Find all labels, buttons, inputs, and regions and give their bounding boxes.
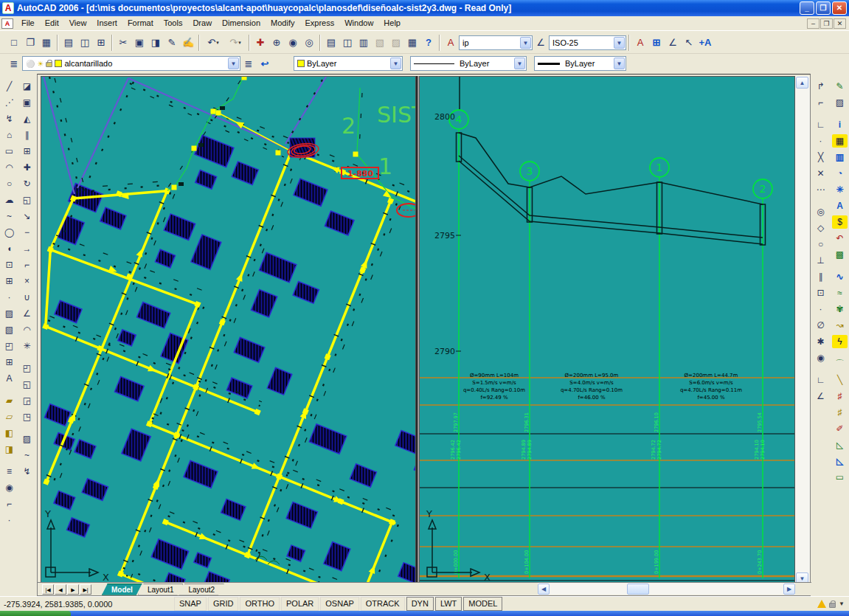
color-combo[interactable]: ByLayer▼ (294, 56, 403, 71)
tool-none[interactable]: ✱ (813, 333, 828, 350)
tool-annotation-style[interactable]: +A (697, 35, 713, 51)
tool-sheetset-manager[interactable]: ▧ (372, 35, 388, 51)
tool-clock[interactable]: ◔ (832, 165, 848, 181)
tool-info[interactable]: i (832, 117, 848, 133)
tool-redoarr[interactable]: ↶ (832, 230, 848, 246)
tool-16[interactable] (249, 35, 250, 51)
menu-modify[interactable]: Modify (266, 16, 299, 30)
close-button[interactable]: ✕ (832, 1, 847, 15)
toggle-polar[interactable]: POLAR (281, 597, 319, 611)
tool-plot-preview[interactable]: ◫ (77, 35, 93, 51)
tool-texta[interactable]: A (832, 198, 848, 214)
tool-mirror[interactable]: ◭ (19, 111, 35, 127)
menu-window[interactable]: Window (339, 16, 378, 30)
tool-edit-pline[interactable]: ↯ (19, 463, 35, 480)
tool-rotate[interactable]: ↻ (19, 176, 35, 192)
tool-edit-spline[interactable]: ~ (19, 447, 35, 463)
tool-break-point[interactable]: ⌐ (19, 257, 35, 273)
menu-express[interactable]: Express (299, 16, 339, 30)
tool-insert-block[interactable]: ⊡ (1, 257, 17, 273)
tool-region[interactable]: ◰ (1, 338, 17, 354)
tool-arrowy[interactable]: ↝ (832, 317, 848, 333)
tool-table-style[interactable]: ⊞ (648, 35, 665, 51)
tool-undo[interactable]: ↶ (202, 35, 224, 51)
menu-draw[interactable]: Draw (187, 16, 217, 30)
profile-viewport[interactable]: 4 3 1 2 2800 2795 2790 Ø=90mm L (419, 76, 795, 584)
tool-point-style[interactable]: ↖ (681, 35, 697, 51)
tool-mtext[interactable]: A (1, 370, 17, 387)
tool-construction-line[interactable]: ⋰ (1, 94, 17, 111)
tool-pan[interactable]: ✚ (252, 35, 268, 51)
tool-distance[interactable]: ⌐ (1, 496, 17, 512)
tool-erase[interactable]: ◪ (19, 78, 35, 94)
lock-icon[interactable] (829, 603, 836, 608)
tool-circle[interactable]: ○ (1, 176, 17, 192)
tool-sketch[interactable]: ✎ (832, 78, 848, 94)
tool-fillet[interactable]: ◠ (19, 322, 35, 338)
tool-17[interactable] (19, 354, 35, 360)
tool-polar-mode[interactable]: ∠ (813, 388, 828, 404)
layer-lock-icon[interactable] (46, 62, 52, 67)
tool-quickcalc[interactable]: ▦ (404, 35, 420, 51)
tool-draworder-under[interactable]: ◳ (19, 409, 35, 425)
tool-osnap-settings[interactable]: ◉ (813, 350, 828, 366)
tool-designcenter[interactable]: ◫ (339, 35, 356, 51)
tool-express-d[interactable]: ◨ (1, 441, 17, 457)
tool-lock[interactable]: ▦ (832, 134, 848, 148)
tool-explode[interactable]: ✳ (19, 338, 35, 354)
tool-8[interactable] (813, 198, 828, 204)
tool-7[interactable] (111, 35, 113, 51)
minimize-button[interactable]: _ (800, 1, 814, 15)
tool-move[interactable]: ✚ (19, 159, 35, 176)
tab-model[interactable]: Model (102, 584, 142, 595)
layer-color-chip[interactable] (55, 60, 62, 67)
tool-dim-style[interactable]: ∠ (533, 35, 549, 51)
tool-spline[interactable]: ~ (1, 208, 17, 224)
mdi-close-button[interactable]: ✕ (834, 18, 846, 29)
tool-layer-properties[interactable]: ≣ (6, 55, 22, 72)
tool-redo[interactable]: ↷ (224, 35, 246, 51)
tool-tangent[interactable]: ○ (813, 236, 828, 252)
tool-18[interactable] (832, 350, 848, 356)
tool-edit-hatch[interactable]: ▨ (19, 431, 35, 447)
tool-table2[interactable]: ▥ (832, 149, 848, 165)
toggle-snap[interactable]: SNAP (174, 597, 207, 611)
tool-draworder-front[interactable]: ◰ (19, 360, 35, 376)
tool-extension[interactable]: ⋯ (813, 181, 828, 198)
tool-apparent-int[interactable]: ✕ (813, 165, 828, 181)
tool-perpendicular[interactable]: ⊥ (813, 252, 828, 269)
tool-list[interactable]: ≡ (1, 463, 17, 480)
tool-block-editor[interactable]: ✍ (180, 35, 196, 51)
tool-table[interactable]: ⊞ (1, 354, 17, 370)
tool-tube[interactable]: ⌒ (832, 356, 848, 372)
tool-fence2[interactable]: ♯ (832, 404, 848, 421)
layer-freeze-icon[interactable]: ☀ (37, 60, 44, 68)
tool-line[interactable]: ╱ (1, 78, 17, 94)
scroll-left-button[interactable]: ◀ (538, 584, 550, 595)
tool-text-style[interactable]: A (443, 35, 459, 51)
tab-nav--[interactable]: ▶ (67, 584, 79, 595)
menu-view[interactable]: View (64, 16, 92, 30)
tool-zoomx[interactable]: ✳ (832, 181, 848, 198)
tool-zoom-realtime[interactable]: ⊕ (268, 35, 285, 51)
toggle-lwt[interactable]: LWT (435, 597, 462, 611)
toggle-model[interactable]: MODEL (463, 597, 502, 611)
tool-match-properties[interactable]: ✎ (164, 35, 180, 51)
tool-array[interactable]: ⊞ (19, 143, 35, 159)
vertical-scrollbar[interactable]: ▲ ▼ (795, 76, 810, 585)
tool-hatch[interactable]: ▨ (1, 305, 17, 322)
tool-text-style-mgr[interactable]: A (632, 35, 648, 51)
tool-plant[interactable]: ✾ (832, 301, 848, 317)
lineweight-combo[interactable]: ByLayer▼ (534, 56, 626, 71)
horizontal-scrollbar[interactable]: ◀ ▶ (538, 583, 795, 595)
tool-offset[interactable]: ∥ (19, 127, 35, 143)
scroll-up-button[interactable]: ▲ (796, 77, 808, 89)
tool-draworder-above[interactable]: ◲ (19, 392, 35, 409)
tool-24[interactable] (1, 457, 17, 463)
menu-file[interactable]: File (16, 16, 40, 30)
tool-grade[interactable]: ◺ (832, 453, 848, 469)
tool-chart[interactable]: ◺ (832, 437, 848, 453)
tool-layer-previous[interactable]: ↩ (257, 55, 273, 72)
tool-express-c[interactable]: ◧ (1, 425, 17, 441)
title-bar[interactable]: A AutoCAD 2006 - [d:\mis documentos\proy… (0, 0, 849, 16)
